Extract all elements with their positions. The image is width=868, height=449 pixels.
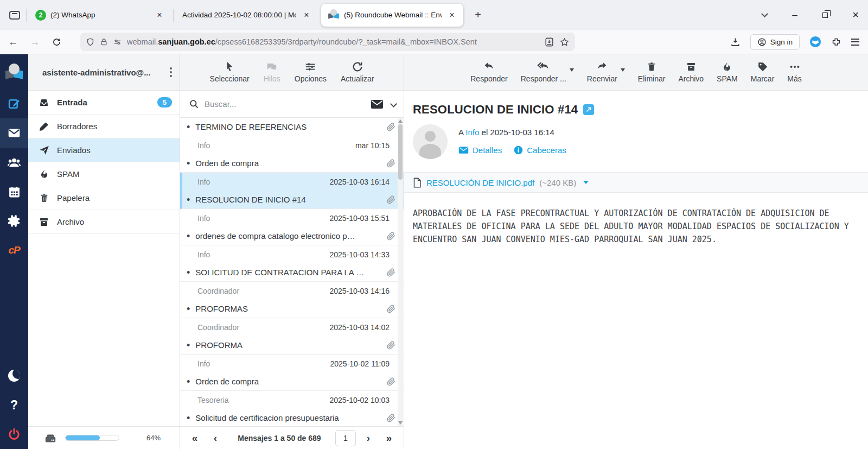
sign-in-button[interactable]: Sign in <box>750 34 800 50</box>
message-list-item[interactable]: Coordinador 2025-10-03 14:02 • PROFORMA <box>180 318 404 355</box>
account-email[interactable]: asistente-administrativo@... <box>42 68 167 77</box>
headers-label: Cabeceras <box>527 146 566 155</box>
firefox-view-icon[interactable] <box>5 6 24 24</box>
search-scope-envelope-icon[interactable] <box>371 99 384 109</box>
spam-button[interactable]: SPAM <box>717 61 738 83</box>
message-list-item[interactable]: Coordinador 2025-10-03 14:16 • PROFORMAS <box>180 282 404 318</box>
message-list-item[interactable]: • TERMINO DE REFERENCIAS <box>180 118 404 136</box>
prev-page-button[interactable]: ‹ <box>207 432 224 444</box>
first-page-button[interactable]: « <box>187 432 203 444</box>
page-number-input[interactable]: 1 <box>335 430 356 446</box>
tab-title: Actividad 2025-10-02 08:00:00 | Mo <box>182 11 296 19</box>
attachment-name[interactable]: RESOLUCIÓN DE INICIO.pdf <box>426 178 534 187</box>
tab-close-icon[interactable]: × <box>446 9 458 21</box>
save-page-icon[interactable] <box>544 37 554 47</box>
permissions-icon[interactable] <box>113 37 122 47</box>
search-bar[interactable]: Buscar... <box>180 91 404 118</box>
paperclip-icon <box>386 376 396 387</box>
tab-roundcube-active[interactable]: (5) Roundcube Webmail :: Envia × <box>321 4 463 27</box>
folder-icon <box>38 144 50 156</box>
new-tab-button[interactable]: + <box>470 7 486 23</box>
open-in-new-window-icon[interactable] <box>583 104 594 115</box>
select-label: Seleccionar <box>210 74 250 83</box>
delete-label: Eliminar <box>638 74 666 83</box>
refresh-label: Actualizar <box>341 74 374 83</box>
server-icon <box>43 432 58 444</box>
message-list-item[interactable]: Info 2025-10-03 16:14 • RESOLUCION DE IN… <box>180 173 404 209</box>
close-window-button[interactable]: × <box>847 9 864 21</box>
extension-fox-icon[interactable] <box>809 36 821 48</box>
options-button[interactable]: Opciones <box>295 61 327 83</box>
search-placeholder[interactable]: Buscar... <box>205 99 365 109</box>
folder-item[interactable]: Entrada 5 <box>28 91 180 115</box>
refresh-button[interactable]: Actualizar <box>341 61 374 83</box>
forward-menu-caret-icon[interactable] <box>621 68 625 72</box>
tab-close-icon[interactable]: × <box>154 9 165 21</box>
mark-button[interactable]: Marcar <box>751 61 775 83</box>
tab-close-icon[interactable]: × <box>301 9 312 21</box>
next-page-button[interactable]: › <box>360 432 376 444</box>
paperclip-icon <box>386 340 396 350</box>
archive-button[interactable]: Archivo <box>678 61 704 83</box>
search-options-chevron-icon[interactable] <box>390 100 397 107</box>
folder-item[interactable]: Enviados <box>28 138 180 162</box>
shield-icon[interactable] <box>86 37 95 47</box>
message-subject-text: Solicitud de certificacion presupuestari… <box>195 413 380 422</box>
downloads-icon[interactable] <box>730 37 741 47</box>
threads-button[interactable]: Hilos <box>264 61 280 83</box>
message-list-item[interactable]: Tesoreria 2025-10-02 10:03 • Solicitud d… <box>180 391 404 426</box>
folder-item[interactable]: Papelera <box>28 186 180 210</box>
headers-toggle[interactable]: Cabeceras <box>514 146 566 155</box>
minimize-button[interactable]: – <box>787 10 803 21</box>
details-toggle[interactable]: Detalles <box>458 146 502 155</box>
menu-hamburger-icon[interactable] <box>851 39 859 46</box>
reply-button[interactable]: Responder <box>470 61 508 83</box>
settings-nav-button[interactable] <box>0 206 28 236</box>
extensions-puzzle-icon[interactable] <box>831 37 841 47</box>
lock-icon[interactable] <box>100 37 108 47</box>
contacts-nav-button[interactable] <box>0 148 28 177</box>
folder-item[interactable]: Borradores <box>28 115 180 138</box>
folder-item[interactable]: Archivo <box>28 210 180 234</box>
url-text[interactable]: webmail.sanjuan.gob.ec/cpsess6168253395/… <box>127 37 539 46</box>
list-scrollbar[interactable] <box>398 118 403 426</box>
logout-power-icon[interactable] <box>0 420 28 449</box>
more-button[interactable]: Más <box>787 61 801 83</box>
delete-button[interactable]: Eliminar <box>638 61 666 83</box>
tab-whatsapp[interactable]: 2 (2) WhatsApp × <box>29 4 171 26</box>
paperclip-icon <box>386 303 396 314</box>
compose-button[interactable] <box>0 89 28 118</box>
attachment-bar[interactable]: RESOLUCIÓN DE INICIO.pdf (~240 KB) <box>404 172 868 193</box>
recipient-link[interactable]: Info <box>465 128 479 137</box>
restore-button[interactable] <box>817 10 833 21</box>
url-bar[interactable]: webmail.sanjuan.gob.ec/cpsess6168253395/… <box>80 33 575 51</box>
reload-button[interactable] <box>48 33 65 50</box>
select-button[interactable]: Seleccionar <box>210 61 250 83</box>
message-subject-text: PROFORMAS <box>195 304 380 313</box>
last-page-button[interactable]: » <box>381 432 397 444</box>
back-button[interactable]: ← <box>4 33 22 50</box>
message-subject-text: ordenes de compra catalogo electronico p… <box>195 231 380 241</box>
message-list-item[interactable]: Info 2025-10-02 11:09 • Orden de compra <box>180 355 404 391</box>
forward-button-mail[interactable]: Reenviar <box>587 61 617 83</box>
roundcube-logo[interactable] <box>0 54 28 89</box>
message-list-item[interactable]: Info 2025-10-03 14:33 • SOLICITUD DE CON… <box>180 245 404 282</box>
message-list-item[interactable]: Info 2025-10-03 15:51 • ordenes de compr… <box>180 209 404 245</box>
tab-actividad[interactable]: Actividad 2025-10-02 08:00:00 | Mo × <box>176 4 318 26</box>
reply-all-menu-caret-icon[interactable] <box>570 68 574 72</box>
recipient-line: A Info el 2025-10-03 16:14 <box>458 128 566 137</box>
message-date: 2025-10-02 10:03 <box>329 396 390 404</box>
attachment-menu-caret-icon[interactable] <box>583 181 589 184</box>
message-list-item[interactable]: Info mar 10:15 • Orden de compra <box>180 136 404 173</box>
list-all-tabs-icon[interactable] <box>756 10 773 21</box>
help-icon[interactable]: ? <box>0 390 28 420</box>
cpanel-button[interactable]: cP <box>0 236 28 265</box>
mail-nav-button[interactable] <box>0 118 28 148</box>
calendar-nav-button[interactable] <box>0 177 28 206</box>
forward-button[interactable]: → <box>26 33 43 50</box>
folder-item[interactable]: SPAM <box>28 162 180 186</box>
account-menu-kebab-icon[interactable] <box>167 64 175 80</box>
reply-all-button[interactable]: Responder ... <box>521 61 566 83</box>
dark-mode-moon-icon[interactable] <box>0 361 28 390</box>
bookmark-star-icon[interactable] <box>559 37 570 47</box>
